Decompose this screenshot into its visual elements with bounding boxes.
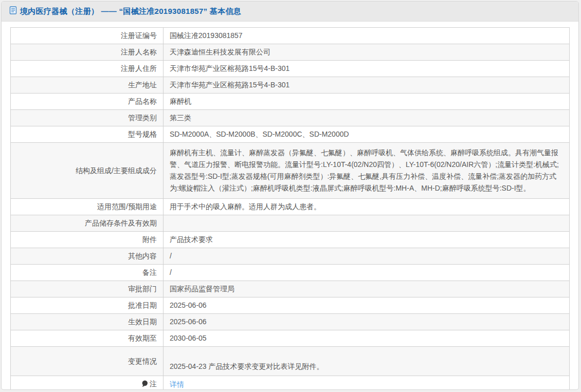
field-label: 注册人名称 [121, 48, 157, 56]
field-label: 注册人住所 [121, 64, 157, 72]
field-label-cell: 结构及组成/主要组成成分 [11, 143, 164, 199]
field-label: 附件 [142, 235, 157, 244]
field-label-cell: 注册证编号 [11, 28, 164, 44]
field-value-cell: 产品技术要求 [164, 232, 570, 248]
field-value: 第三类 [170, 114, 191, 122]
field-label: 批准日期 [128, 301, 157, 309]
field-value: SD-M2000A、SD-M2000B、SD-M2000C、SD-M2000D [170, 130, 349, 138]
field-label-cell: 管理类别 [11, 110, 164, 126]
field-value: 用于手术中的吸入麻醉。适用人群为成人患者。 [170, 202, 321, 211]
table-row: 产品储存条件及有效期 [11, 215, 570, 232]
field-label-cell: 备注 [11, 265, 164, 281]
table-row: 结构及组成/主要组成成分麻醉机有主机、流量计、麻醉蒸发器（异氟醚、七氟醚）、麻醉… [11, 143, 570, 199]
field-value-cell: 用于手术中的吸入麻醉。适用人群为成人患者。 [164, 199, 570, 215]
field-value-cell: 国家药品监督管理局 [164, 281, 570, 297]
field-label: 生效日期 [128, 318, 157, 326]
field-value-cell: / [164, 265, 570, 281]
table-row: 注册人住所天津市华苑产业区榕苑路15号4-B-301 [11, 61, 570, 77]
field-value: 天津市华苑产业区榕苑路15号4-B-301 [170, 64, 289, 72]
field-label: 产品储存条件及有效期 [85, 219, 157, 227]
field-label: 变更情况 [128, 357, 157, 365]
field-value-cell [164, 215, 570, 232]
field-value: 产品技术要求 [170, 235, 213, 244]
field-label: 注 [150, 380, 157, 388]
table-row: 型号规格SD-M2000A、SD-M2000B、SD-M2000C、SD-M20… [11, 126, 570, 143]
field-label-cell: 注 [11, 376, 164, 390]
field-label-cell: 批准日期 [11, 297, 164, 314]
field-value-cell: / [164, 248, 570, 265]
field-value: 2030-06-05 [170, 334, 207, 342]
field-label-cell: 注册人名称 [11, 44, 164, 61]
field-value: 天津市华苑产业区榕苑路15号4-B-301 [170, 81, 289, 89]
field-label: 有效期至 [128, 334, 157, 342]
field-value: 2025-06-06 [170, 301, 207, 309]
registration-table: 注册证编号国械注准20193081857注册人名称天津森迪恒生科技发展有限公司注… [10, 27, 570, 390]
field-value: 2025-06-06 [170, 318, 207, 326]
field-label-cell: 型号规格 [11, 126, 164, 143]
table-row: 适用范围/预期用途用于手术中的吸入麻醉。适用人群为成人患者。 [11, 199, 570, 215]
field-value: / [170, 268, 172, 276]
field-label: 注册证编号 [121, 31, 157, 40]
page-title: 境内医疗器械（注册） —— “国械注准20193081857” 基本信息 [20, 7, 241, 16]
field-label: 型号规格 [128, 130, 157, 138]
field-label-cell: 附件 [11, 232, 164, 248]
table-row: 备注/ [11, 265, 570, 281]
registration-panel: 境内医疗器械（注册） —— “国械注准20193081857” 基本信息 注册证… [1, 1, 579, 390]
field-value: / [170, 252, 172, 260]
table-row: 有效期至2030-06-05 [11, 330, 570, 347]
table-row: 审批部门国家药品监督管理局 [11, 281, 570, 297]
field-value-cell: 天津市华苑产业区榕苑路15号4-B-301 [164, 61, 570, 77]
field-value-cell: 麻醉机 [164, 94, 570, 110]
document-icon [9, 6, 17, 16]
field-label: 产品名称 [128, 97, 157, 105]
table-row: 注详情 [11, 376, 570, 390]
field-value-cell: 详情 [164, 376, 570, 390]
panel-header: 境内医疗器械（注册） —— “国械注准20193081857” 基本信息 [2, 2, 578, 22]
table-row: 附件产品技术要求 [11, 232, 570, 248]
table-row: 变更情况2025-04-23 产品技术要求变更对比表详见附件。 [11, 347, 570, 376]
field-label-cell: 变更情况 [11, 347, 164, 376]
field-label-cell: 产品储存条件及有效期 [11, 215, 164, 232]
table-row: 产品名称麻醉机 [11, 94, 570, 110]
field-label: 生产地址 [128, 81, 157, 89]
table-row: 注册人名称天津森迪恒生科技发展有限公司 [11, 44, 570, 61]
field-value-cell: SD-M2000A、SD-M2000B、SD-M2000C、SD-M2000D [164, 126, 570, 143]
field-label: 结构及组成/主要组成成分 [76, 166, 157, 175]
field-value: 天津森迪恒生科技发展有限公司 [170, 48, 270, 56]
field-label-cell: 适用范围/预期用途 [11, 199, 164, 215]
field-value-cell: 麻醉机有主机、流量计、麻醉蒸发器（异氟醚、七氟醚）、麻醉呼吸机、气体供给系统、麻… [164, 143, 570, 199]
field-value-cell: 2025-06-06 [164, 314, 570, 330]
field-value-cell: 2025-04-23 产品技术要求变更对比表详见附件。 [164, 347, 570, 376]
field-label-cell: 生产地址 [11, 77, 164, 94]
field-value-cell: 天津市华苑产业区榕苑路15号4-B-301 [164, 77, 570, 94]
field-value: 国家药品监督管理局 [170, 285, 234, 293]
field-label: 管理类别 [128, 114, 157, 122]
field-label: 适用范围/预期用途 [97, 202, 157, 211]
field-label-cell: 产品名称 [11, 94, 164, 110]
field-value-cell: 2025-06-06 [164, 297, 570, 314]
panel-body: 注册证编号国械注准20193081857注册人名称天津森迪恒生科技发展有限公司注… [2, 22, 578, 390]
field-label: 其他内容 [128, 252, 157, 260]
table-row: 管理类别第三类 [11, 110, 570, 126]
table-row: 注册证编号国械注准20193081857 [11, 28, 570, 44]
field-value-cell: 2030-06-05 [164, 330, 570, 347]
field-value-cell: 第三类 [164, 110, 570, 126]
field-label: 审批部门 [128, 285, 157, 293]
field-label-cell: 生效日期 [11, 314, 164, 330]
table-row: 生产地址天津市华苑产业区榕苑路15号4-B-301 [11, 77, 570, 94]
table-row: 批准日期2025-06-06 [11, 297, 570, 314]
field-label: 备注 [142, 268, 157, 276]
field-label-cell: 有效期至 [11, 330, 164, 347]
field-label-cell: 注册人住所 [11, 61, 164, 77]
field-value-cell: 国械注准20193081857 [164, 28, 570, 44]
table-row: 生效日期2025-06-06 [11, 314, 570, 330]
field-value: 麻醉机 [170, 97, 191, 105]
detail-link[interactable]: 详情 [170, 380, 184, 388]
field-value: 麻醉机有主机、流量计、麻醉蒸发器（异氟醚、七氟醚）、麻醉呼吸机、气体供给系统、麻… [170, 148, 559, 192]
field-label-cell: 其他内容 [11, 248, 164, 265]
field-value-cell: 天津森迪恒生科技发展有限公司 [164, 44, 570, 61]
balloon-icon [141, 380, 148, 389]
table-row: 其他内容/ [11, 248, 570, 265]
field-value: 2025-04-23 产品技术要求变更对比表详见附件。 [170, 362, 324, 370]
field-label-cell: 审批部门 [11, 281, 164, 297]
